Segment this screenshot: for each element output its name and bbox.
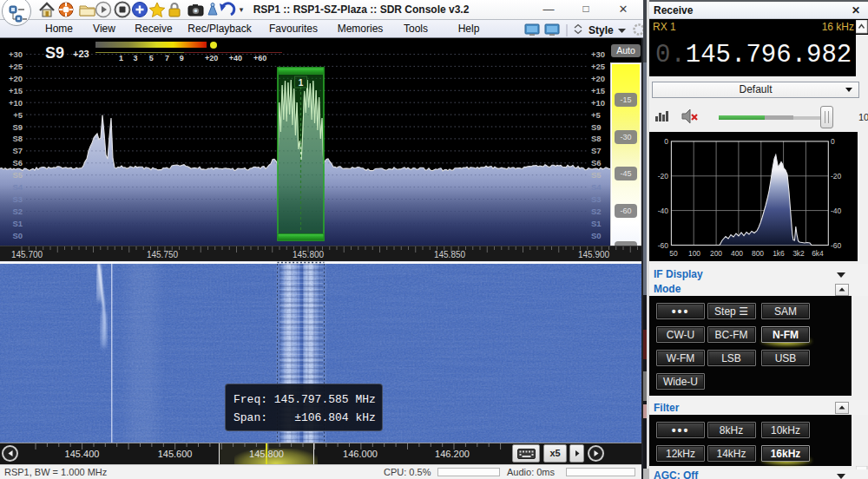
svg-text:Style: Style: [589, 24, 614, 36]
svg-text:1: 1: [299, 78, 304, 88]
